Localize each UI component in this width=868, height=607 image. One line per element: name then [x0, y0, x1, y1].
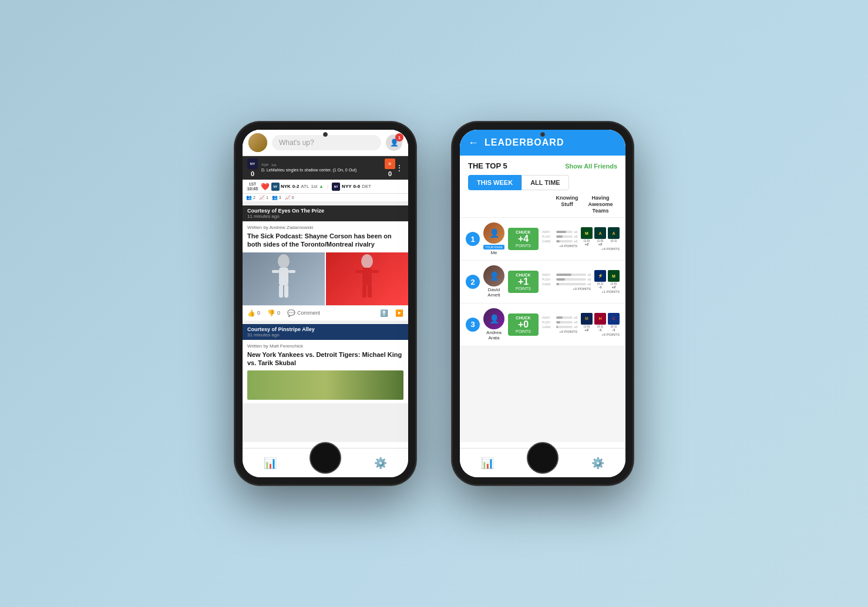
- hockey-player-1: [243, 252, 325, 305]
- bar-val-2-3: +0: [587, 282, 591, 286]
- game-item-2[interactable]: NY NYY 0-0 DET: [332, 183, 371, 191]
- lb-tabs: THIS WEEK ALL TIME: [468, 175, 617, 190]
- article-1-title: The Sick Podcast: Shayne Corson has been…: [247, 232, 403, 249]
- athletics-logo-1: A: [594, 227, 606, 239]
- notification-button[interactable]: 👤 1: [386, 134, 402, 151]
- stat-value-1: 2: [253, 195, 255, 200]
- article-2-author: Written by Matt Ferenchick: [247, 343, 403, 349]
- teams-total-2: +1 POINTS: [601, 290, 620, 294]
- comment-button[interactable]: 💬 Comment: [287, 309, 320, 317]
- bar-label-3-3: GAME: [542, 325, 555, 329]
- knowing-bars-3: AWAY +0 PUSH +0 GAME +0: [542, 316, 577, 333]
- phone-1: What's up? 👤 1 NY 0 TOP 1st D.: [234, 122, 416, 485]
- lb-top-row: THE TOP 5 Show All Friends: [468, 161, 617, 170]
- nav-feed[interactable]: 💬 2: [319, 457, 332, 470]
- avatar-image: [248, 133, 267, 152]
- back-button[interactable]: ←: [468, 137, 479, 149]
- nav-stats[interactable]: 📊: [264, 457, 277, 470]
- bar-fill-3-2: [556, 321, 560, 323]
- trend-icon-1: 📈: [259, 195, 265, 200]
- bar-val-1-2: +0: [574, 235, 577, 238]
- knowing-bar-2-1: AWAY +0: [542, 273, 591, 276]
- bar-fill-2-3: [556, 283, 559, 285]
- svg-rect-7: [362, 268, 372, 285]
- chuck-box-1: CHUCK +4 POINTS: [508, 228, 539, 250]
- knowing-bar-3-1: AWAY +0: [542, 316, 577, 319]
- show-friends-link[interactable]: Show All Friends: [565, 163, 617, 170]
- brewers-logo-1: M: [581, 313, 593, 325]
- nav-settings[interactable]: ⚙️: [374, 457, 387, 470]
- bar-chart-icon: 📊: [264, 457, 277, 470]
- knowing-bar-1-1: AWAY +0: [542, 230, 577, 234]
- bar-fill-3-1: [556, 316, 563, 319]
- leaderboard-screen: ← LEADERBOARD THE TOP 5 Show All Friends…: [460, 130, 625, 442]
- nav-2-stats[interactable]: 📊: [481, 457, 494, 470]
- stat-value-2: 1: [266, 195, 268, 200]
- game-item-1[interactable]: 1ST 10:45 ❤️ NY NYK 0-2 ATL 1st ▲: [246, 182, 324, 191]
- bar-val-2-1: +0: [587, 273, 591, 276]
- g2-team2: DET: [362, 184, 371, 189]
- group-icon-1: 👥: [246, 195, 252, 200]
- rank-badge-1: 1: [466, 232, 480, 246]
- lb-entry-3: 3 👤 AndreaArata CHUCK +0 POINTS AWAY: [460, 304, 625, 346]
- col-spacer: [468, 195, 550, 214]
- article-2-preview: [247, 370, 403, 400]
- svg-rect-11: [368, 285, 372, 298]
- games-bar: 1ST 10:45 ❤️ NY NYK 0-2 ATL 1st ▲ |: [243, 180, 408, 194]
- entry-2-avatar: 👤: [483, 265, 504, 286]
- tab-all-time[interactable]: ALL TIME: [522, 175, 569, 190]
- share-button[interactable]: ⬆️: [380, 309, 388, 317]
- team-2-2: M (1-0) +2: [608, 270, 620, 289]
- article-1-images: [243, 252, 408, 305]
- phones-container: What's up? 👤 1 NY 0 TOP 1st D.: [234, 122, 634, 485]
- more-options-icon[interactable]: ⋮: [395, 163, 403, 173]
- score-ticker: NY 0 TOP 1st D. LeMahieu singles to shal…: [243, 156, 408, 180]
- score-description: D. LeMahieu singles to shallow center. (…: [261, 168, 381, 173]
- phone-1-nav: 📊 💬 2 ⚙️: [243, 448, 408, 477]
- bar-label-1-3: GAME: [542, 240, 555, 243]
- nav-2-feed[interactable]: 💬: [536, 457, 549, 470]
- tab-this-week[interactable]: THIS WEEK: [468, 175, 522, 190]
- lightning-pts-1: -1: [598, 285, 601, 289]
- teams-total-3: +0 POINTS: [601, 333, 620, 336]
- user-avatar[interactable]: [248, 133, 267, 152]
- article-1-source-bar: Courtesy of Eyes On The Prize 11 minutes…: [243, 205, 408, 221]
- svg-rect-3: [288, 270, 295, 273]
- svg-rect-4: [279, 285, 283, 298]
- bar-track-1-3: [556, 240, 573, 242]
- bar-fill-1-1: [556, 231, 566, 233]
- phone-1-screen: What's up? 👤 1 NY 0 TOP 1st D.: [243, 130, 408, 477]
- nyk-logo: NY: [271, 183, 280, 191]
- article-card-2[interactable]: Courtesy of Pinstripe Alley 31 minutes a…: [243, 324, 408, 404]
- bar-track-1-1: [556, 231, 573, 233]
- teams-logos-2: ⚡ (0-1) -1 M (1-0) +2: [594, 270, 620, 289]
- knowing-bar-2-2: PUSH +0: [542, 278, 591, 281]
- stat-value-3: 3: [279, 195, 281, 200]
- heat-pts-1: -1: [598, 328, 601, 332]
- bar-fill-1-2: [556, 235, 563, 238]
- svg-point-6: [361, 254, 373, 268]
- g1-score: 0-2: [292, 184, 300, 189]
- knowing-bar-1-2: PUSH +0: [542, 235, 577, 238]
- bar-label-2-2: PUSH: [542, 278, 555, 281]
- svg-rect-8: [355, 270, 362, 273]
- like-button[interactable]: 👍 0: [247, 309, 260, 317]
- knowing-total-1: +0 POINTS: [542, 244, 577, 248]
- dislike-button[interactable]: 👎 0: [267, 309, 280, 317]
- knowing-total-2: +0 POINTS: [542, 287, 591, 291]
- ath-pts-1: +2: [598, 242, 603, 246]
- score-team-d: D 0: [385, 159, 395, 177]
- lb-entry-1: 1 👤 YOUR RANK Me CHUCK +4 POINTS A: [460, 218, 625, 261]
- rank-badge-2: 2: [466, 275, 480, 289]
- send-button[interactable]: ▶️: [395, 309, 403, 317]
- feed-screen: What's up? 👤 1 NY 0 TOP 1st D.: [243, 130, 408, 442]
- knowing-bar-2-3: GAME +0: [542, 282, 591, 286]
- article-card-1[interactable]: Courtesy of Eyes On The Prize 11 minutes…: [243, 205, 408, 321]
- bar-track-3-2: [556, 321, 573, 323]
- g1-team1: NYK: [281, 184, 291, 189]
- search-box[interactable]: What's up?: [272, 135, 381, 150]
- g2-score: 0-0: [354, 184, 361, 189]
- stat-item-1: 👥 2: [246, 195, 255, 200]
- nav-2-settings[interactable]: ⚙️: [591, 457, 604, 470]
- g1-time: 10:45: [246, 187, 259, 191]
